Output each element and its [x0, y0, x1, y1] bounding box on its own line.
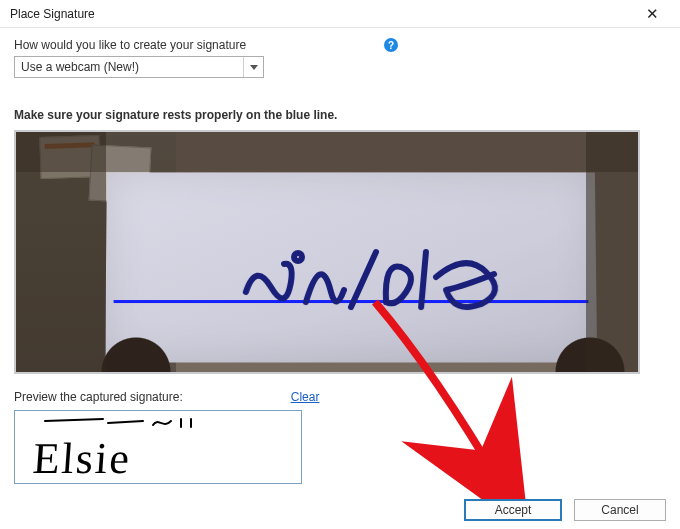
handwritten-signature [236, 232, 567, 322]
close-button[interactable]: ✕ [632, 2, 672, 26]
cancel-button[interactable]: Cancel [574, 499, 666, 521]
clear-link[interactable]: Clear [291, 390, 320, 404]
dialog-content: How would you like to create your signat… [0, 28, 680, 484]
preview-label: Preview the captured signature: [14, 390, 183, 404]
signature-pad-surface [105, 173, 597, 363]
preview-noise [43, 415, 213, 431]
close-icon: ✕ [646, 5, 659, 23]
signature-preview-box: Elsie [14, 410, 302, 484]
select-value: Use a webcam (New!) [21, 60, 139, 74]
help-icon[interactable]: ? [384, 38, 398, 52]
chevron-down-icon [243, 57, 263, 77]
dialog-title: Place Signature [10, 7, 95, 21]
titlebar: Place Signature ✕ [0, 0, 680, 28]
method-label: How would you like to create your signat… [14, 38, 264, 52]
dialog-buttons: Accept Cancel [464, 499, 666, 521]
preview-signature-text: Elsie [31, 433, 133, 484]
webcam-preview [14, 130, 640, 374]
accept-button[interactable]: Accept [464, 499, 562, 521]
signature-method-select[interactable]: Use a webcam (New!) [14, 56, 264, 78]
instruction-text: Make sure your signature rests properly … [14, 108, 666, 122]
svg-point-0 [294, 253, 302, 261]
